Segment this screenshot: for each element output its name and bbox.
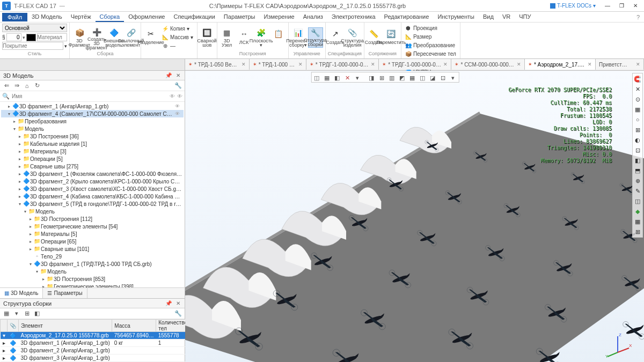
tree-item[interactable]: ▸📁Геометрические элементы [398] — [1, 283, 184, 287]
eye-icon[interactable]: 👁 — [170, 93, 175, 99]
ribbon-button[interactable]: ➕Создать 3Dфрагмент — [89, 27, 104, 48]
file-tab[interactable]: ✶* ТРД-1-050 Вентилятор.grb✕ — [185, 59, 250, 70]
ribbon-small-button[interactable]: 📦Пересечение тел — [404, 49, 458, 58]
menu-tab-8[interactable]: Электротехника — [327, 12, 380, 22]
tree-item[interactable]: ▸📁Материалы [5] — [1, 230, 184, 238]
menu-tab-13[interactable]: ЧПУ — [515, 12, 535, 22]
structure-grid[interactable]: 📎 Элемент Масса Количество тел ▾🔷Аэродро… — [0, 319, 185, 362]
ribbon-small-button[interactable]: 👥Преобразование — [404, 41, 458, 49]
coating-input[interactable] — [2, 42, 63, 50]
ribbon-button[interactable]: 📦3DФрагмент — [72, 27, 87, 48]
tree-item[interactable]: ▸📁Сварные швы [101] — [1, 245, 184, 253]
file-tab[interactable]: ✶* ССМ-000-000-000 Самолет С…✕ — [451, 59, 524, 70]
ribbon-button[interactable]: 🔗Ссылочныйэлемент — [123, 27, 138, 48]
ribbon-small-button[interactable]: 📐Массив ▾ — [160, 33, 195, 42]
ribbon-button[interactable]: ✂Разделение — [143, 27, 158, 48]
material-input[interactable] — [37, 33, 67, 41]
tab-parameters[interactable]: ☰Параметры — [43, 288, 87, 298]
file-menu[interactable]: Файл — [2, 13, 27, 21]
axis-gizmo[interactable]: Z Y X — [604, 331, 631, 358]
menu-tab-6[interactable]: Измерение — [260, 12, 299, 22]
home-icon[interactable]: ⌂ — [23, 82, 31, 90]
menu-tab-7[interactable]: Анализ — [299, 12, 327, 22]
ribbon-button[interactable]: 📋 — [271, 27, 286, 48]
ribbon-button[interactable]: 🔄Переместить — [384, 27, 399, 48]
tree-item[interactable]: ▾🔷3D фрагмент_1 (ТРД\ТРД-1-000 ТРД СБ.gr… — [1, 260, 184, 268]
ribbon-small-button[interactable]: ⚡Копия ▾ — [160, 25, 195, 33]
ribbon-button[interactable]: 🧩Плоскость▾ — [254, 27, 269, 48]
tree-item[interactable]: ▸🔷3D фрагмент_1 (Ангар\Ангар_1.grb)👁 — [1, 102, 184, 110]
tree-item[interactable]: ▸📁Материалы [3] — [1, 147, 184, 155]
tree-item[interactable]: ▸📁3D Построения [36] — [1, 132, 184, 140]
file-tab[interactable]: ✶* ТРД-1-000 ТРД СБ.grb✕ — [250, 59, 306, 70]
layer-select[interactable]: Основной — [2, 24, 67, 32]
tree-item[interactable]: ▫Тело_29 — [1, 253, 184, 260]
restore-button[interactable]: ❐ — [615, 1, 628, 11]
wrench-icon[interactable]: 🔧 — [174, 82, 182, 90]
menu-tab-2[interactable]: Сборка — [96, 12, 125, 22]
pin-icon[interactable]: 📌 — [164, 72, 173, 78]
tree-item[interactable]: ▾🔷3D фрагмент_5 (ТРД в гондоле\ТРДГ-1-00… — [1, 200, 184, 208]
close-button[interactable]: ✕ — [629, 1, 642, 11]
menu-tab-12[interactable]: VR — [498, 12, 515, 22]
pin-icon[interactable]: 📌 — [164, 300, 173, 306]
magnet-icon[interactable]: 🧲 — [633, 74, 642, 84]
ribbon-small-button[interactable]: ⬢Проекция — [404, 24, 458, 32]
menu-tab-3[interactable]: Оформление — [124, 12, 169, 22]
tree-item[interactable]: ▸📁3D Построения [112] — [1, 215, 184, 223]
help-icon[interactable]: ? — [634, 14, 642, 20]
tree-item[interactable]: ▸📁Преобразования — [1, 117, 184, 125]
refresh-icon[interactable]: ↻ — [33, 82, 41, 90]
tree-item[interactable]: ▾📁Модель — [1, 208, 184, 215]
panel-close-icon[interactable]: ✕ — [175, 72, 181, 78]
menu-tab-0[interactable]: 3D Модель — [27, 12, 67, 22]
tree-item[interactable]: ▸📁Геометрические элементы [54] — [1, 223, 184, 230]
table-row[interactable]: ▸🔷3D фрагмент_1 (Ангар\Ангар_1.grb)0 кг1 — [1, 339, 190, 347]
tflex-docs-button[interactable]: T-FLEX DOCs▾ — [550, 3, 596, 9]
color-swatch[interactable] — [26, 34, 36, 41]
tree-item[interactable]: ▸📁Кабельные изделия [1] — [1, 140, 184, 147]
table-row[interactable]: ▸🔷3D фрагмент_3 (Ангар\Ангар_1.grb) — [1, 354, 190, 362]
panel-close-icon[interactable]: ✕ — [175, 300, 181, 306]
menu-tab-4[interactable]: Спецификации — [169, 12, 219, 22]
menu-tab-9[interactable]: Редактирование — [380, 12, 434, 22]
file-tab[interactable]: ✶* ТРДГ-1-000-000-01 ТРД в гон…✕ — [306, 59, 379, 70]
ribbon-small-button[interactable]: ⊕— — [160, 42, 195, 50]
ribbon-small-button[interactable]: 📐Размер — [404, 32, 458, 41]
file-tab[interactable]: Приветст…✕ — [596, 59, 644, 70]
table-row[interactable]: ▸🔷3D фрагмент_2 (Ангар\Ангар_1.grb) — [1, 347, 190, 354]
tree-item[interactable]: ▸🔷3D фрагмент_2 (Крыло самолета\КРС-1-00… — [1, 178, 184, 185]
menu-tab-1[interactable]: Чертёж — [67, 12, 96, 22]
fwd-icon[interactable]: ⇒ — [12, 82, 21, 90]
tree-item[interactable]: ▾🔷3D фрагмент_4 (Самолет_17\ССМ-000-000-… — [1, 110, 184, 117]
tree-item[interactable]: ▸📁Сварные швы [275] — [1, 162, 184, 170]
tree-search-input[interactable] — [12, 93, 167, 99]
model-tree[interactable]: ▸🔷3D фрагмент_1 (Ангар\Ангар_1.grb)👁▾🔷3D… — [0, 102, 185, 287]
minimize-button[interactable]: — — [601, 1, 614, 11]
menu-tab-10[interactable]: Инструменты — [433, 12, 479, 22]
tree-item[interactable]: ▸📁Операции [5] — [1, 155, 184, 162]
tree-item[interactable]: ▾📁Модель — [1, 268, 184, 275]
tree-item[interactable]: ▸📁3D Построения [853] — [1, 275, 184, 283]
tree-item[interactable]: ▸🔷3D фрагмент_1 (Фюзеляж самолета\ФС-1-0… — [1, 170, 184, 178]
eye-off-icon[interactable]: 👁 — [177, 93, 182, 99]
ribbon-button[interactable]: ▦3DУзел — [219, 27, 235, 48]
style-number-input[interactable] — [6, 33, 21, 41]
ribbon-button[interactable]: 🔲Сварнойшов — [200, 27, 215, 48]
view-icon[interactable]: ◫ — [312, 73, 321, 83]
3d-viewport[interactable]: ◫ ▦ ◧ ✕ ▾ ◨ ⊞ ▥ ◩ ▦ ◫ ◪ ⊡ ▾ 🧲 ✕ ⊙ ▦ ○ ⊞ … — [185, 71, 644, 362]
back-icon[interactable]: ⇐ — [2, 82, 11, 90]
table-row[interactable]: ▾🔷Аэродром_2_17.0.25.0 1555778.grb756465… — [1, 332, 190, 339]
file-tab[interactable]: ✶* Аэродром_2_17.0.25.0 1555…✕ — [525, 59, 596, 70]
ribbon-button[interactable]: 📎Структураизделия — [345, 27, 360, 48]
menu-tab-5[interactable]: Параметры — [219, 12, 260, 22]
tree-item[interactable]: ▾📁Модель — [1, 125, 184, 132]
menu-tab-11[interactable]: Вид — [479, 12, 498, 22]
tree-item[interactable]: ▸🔷3D фрагмент_4 (Кабина самолета\КБС-1-0… — [1, 193, 184, 200]
wrench-icon[interactable]: 🔧 — [174, 309, 182, 318]
file-tab[interactable]: ✶* ТРДГ-1-000-000-01 ТРД в гон…✕ — [379, 59, 451, 70]
tree-item[interactable]: ▸📁Операции [65] — [1, 238, 184, 245]
ribbon-button[interactable]: 🔧Структурасборки — [308, 27, 323, 48]
tab-3d-model[interactable]: ▦3D Модель — [0, 288, 43, 298]
tree-item[interactable]: ▸🔷3D фрагмент_3 (Хвост самолета\ХС-1-000… — [1, 185, 184, 193]
